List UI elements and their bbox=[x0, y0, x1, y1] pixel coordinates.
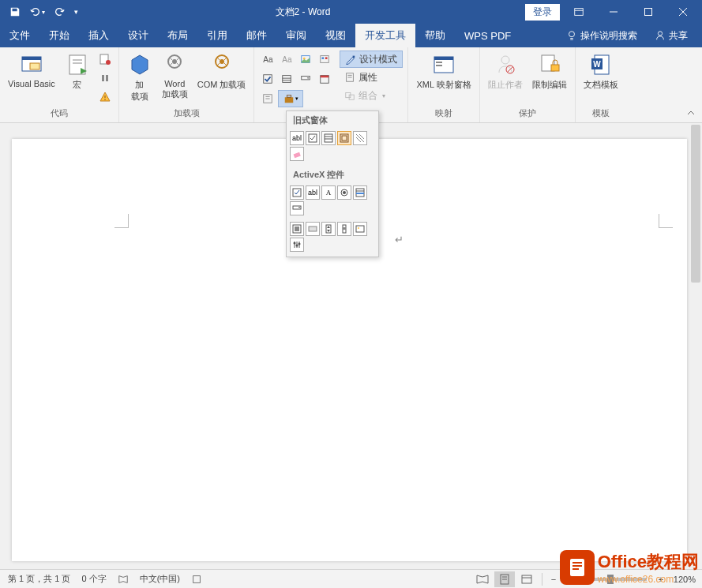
activex-option-button[interactable] bbox=[337, 185, 351, 200]
activex-more-controls-button[interactable] bbox=[290, 238, 304, 252]
legacy-text-field-button[interactable]: abl bbox=[290, 131, 304, 145]
vertical-scrollbar-thumb[interactable] bbox=[691, 125, 700, 283]
macro-recording-status[interactable] bbox=[191, 573, 202, 585]
minimize-button[interactable] bbox=[598, 0, 629, 24]
spell-check-status[interactable] bbox=[118, 573, 129, 585]
svg-rect-45 bbox=[285, 97, 294, 103]
activex-command-button[interactable] bbox=[306, 222, 320, 236]
close-button[interactable] bbox=[667, 0, 699, 24]
vertical-scrollbar[interactable] bbox=[689, 123, 702, 569]
svg-rect-87 bbox=[343, 227, 346, 230]
legacy-frame-button[interactable] bbox=[337, 131, 351, 145]
checkbox-control-button[interactable] bbox=[259, 70, 276, 88]
tell-me-search[interactable]: 操作说明搜索 bbox=[560, 29, 644, 43]
warning-icon bbox=[99, 91, 111, 103]
restrict-editing-button[interactable]: 限制编辑 bbox=[529, 51, 570, 92]
tab-home[interactable]: 开始 bbox=[39, 24, 79, 47]
more-controls-icon bbox=[292, 240, 302, 249]
plain-text-control-button[interactable]: Aa bbox=[278, 51, 295, 68]
macros-button[interactable]: 宏 bbox=[62, 51, 93, 92]
activex-listbox-button[interactable] bbox=[353, 185, 367, 200]
svg-marker-84 bbox=[327, 226, 330, 228]
activex-scrollbar-button[interactable] bbox=[337, 222, 351, 236]
read-mode-button[interactable] bbox=[472, 571, 493, 587]
tab-file[interactable]: 文件 bbox=[0, 24, 39, 47]
block-authors-button[interactable]: 阻止作者 bbox=[485, 51, 526, 92]
activex-label-button[interactable]: A bbox=[321, 185, 336, 200]
word-addins-label: Word 加载项 bbox=[162, 79, 188, 100]
svg-rect-99 bbox=[570, 559, 584, 576]
legacy-shading-button[interactable] bbox=[353, 131, 367, 145]
tab-references[interactable]: 引用 bbox=[197, 24, 237, 47]
maximize-button[interactable] bbox=[633, 0, 664, 24]
activex-spin-button[interactable] bbox=[321, 222, 336, 236]
print-layout-button[interactable] bbox=[494, 571, 515, 587]
undo-button[interactable]: ▾ bbox=[27, 2, 47, 21]
tab-developer[interactable]: 开发工具 bbox=[355, 24, 415, 47]
document-template-button[interactable]: W 文档模板 bbox=[580, 51, 621, 92]
group-label: 组合 bbox=[359, 89, 377, 103]
tab-insert[interactable]: 插入 bbox=[79, 24, 118, 47]
properties-button[interactable]: 属性 bbox=[340, 69, 403, 86]
pause-recording-button[interactable] bbox=[96, 69, 114, 87]
ribbon-group-addins: 加 载项 Word 加载项 COM 加载项 加载项 bbox=[119, 47, 255, 122]
print-layout-icon bbox=[498, 574, 511, 585]
language-status[interactable]: 中文(中国) bbox=[140, 573, 180, 585]
word-addins-button[interactable]: Word 加载项 bbox=[159, 51, 191, 102]
repeating-section-control-button[interactable] bbox=[259, 90, 276, 107]
ribbon-group-code-label: 代码 bbox=[5, 106, 114, 122]
activex-toggle-button[interactable] bbox=[290, 222, 304, 236]
share-button[interactable]: 共享 bbox=[648, 29, 694, 43]
legacy-tools-button[interactable]: ▾ bbox=[278, 90, 303, 107]
ribbon-group-mapping: XML 映射窗格 映射 bbox=[408, 47, 479, 122]
group-button[interactable]: 组合 ▾ bbox=[340, 87, 403, 104]
tab-design[interactable]: 设计 bbox=[118, 24, 158, 47]
com-addins-button[interactable]: COM 加载项 bbox=[194, 51, 250, 92]
page-number-status[interactable]: 第 1 页，共 1 页 bbox=[8, 573, 70, 585]
tab-view[interactable]: 视图 bbox=[316, 24, 355, 47]
tab-wpspdf[interactable]: WPS PDF bbox=[455, 24, 520, 47]
svg-rect-56 bbox=[436, 65, 442, 66]
svg-rect-20 bbox=[106, 75, 108, 81]
web-layout-button[interactable] bbox=[516, 571, 537, 587]
legacy-reset-button[interactable] bbox=[290, 147, 304, 161]
svg-point-90 bbox=[294, 242, 296, 245]
ribbon-display-options-button[interactable] bbox=[563, 0, 595, 24]
watermark-badge-icon bbox=[560, 550, 595, 585]
macro-security-button[interactable] bbox=[96, 88, 114, 106]
svg-rect-33 bbox=[325, 57, 328, 59]
collapse-ribbon-button[interactable] bbox=[685, 107, 697, 119]
date-picker-control-button[interactable] bbox=[316, 70, 333, 88]
tab-mailings[interactable]: 邮件 bbox=[237, 24, 276, 47]
tab-help[interactable]: 帮助 bbox=[415, 24, 455, 47]
design-mode-button[interactable]: 设计模式 bbox=[340, 51, 403, 68]
save-button[interactable] bbox=[5, 2, 25, 21]
button-icon bbox=[308, 224, 317, 234]
repeating-icon bbox=[262, 93, 273, 104]
zoom-out-button[interactable]: − bbox=[547, 575, 560, 584]
dropdown-control-button[interactable] bbox=[297, 70, 314, 88]
picture-control-button[interactable] bbox=[297, 51, 314, 68]
tab-layout[interactable]: 布局 bbox=[158, 24, 197, 47]
xml-mapping-button[interactable]: XML 映射窗格 bbox=[413, 51, 474, 92]
legacy-checkbox-button[interactable] bbox=[306, 131, 320, 145]
word-count-status[interactable]: 0 个字 bbox=[81, 573, 106, 585]
building-block-control-button[interactable] bbox=[316, 51, 333, 68]
qat-customize-button[interactable]: ▾ bbox=[71, 2, 81, 21]
login-button[interactable]: 登录 bbox=[525, 4, 560, 21]
activex-image-button[interactable] bbox=[353, 222, 367, 236]
word-addins-icon bbox=[162, 52, 187, 77]
visual-basic-button[interactable]: Visual Basic bbox=[5, 51, 58, 90]
tab-review[interactable]: 审阅 bbox=[276, 24, 316, 47]
activex-textbox-button[interactable]: abl bbox=[306, 185, 320, 200]
activex-combobox-button[interactable] bbox=[290, 201, 304, 215]
titlebar-right: 登录 bbox=[525, 0, 702, 24]
person-icon bbox=[655, 30, 666, 41]
activex-checkbox-button[interactable] bbox=[290, 185, 304, 200]
rich-text-control-button[interactable]: Aa bbox=[259, 51, 276, 68]
combobox-control-button[interactable] bbox=[278, 70, 295, 88]
redo-button[interactable] bbox=[49, 2, 69, 21]
record-macro-button[interactable] bbox=[96, 51, 114, 68]
addins-button[interactable]: 加 载项 bbox=[124, 51, 156, 104]
legacy-dropdown-button[interactable] bbox=[321, 131, 336, 145]
